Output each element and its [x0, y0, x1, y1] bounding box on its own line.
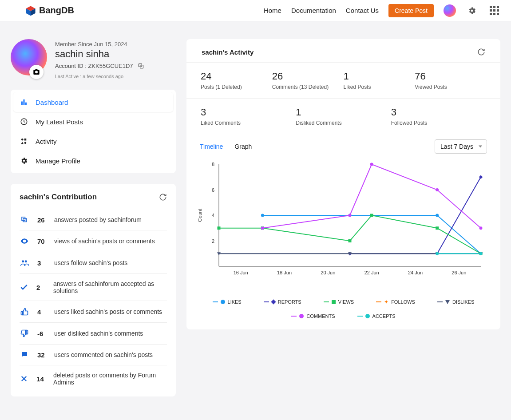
chart-tabs: Timeline Graph Last 7 Days	[186, 134, 500, 155]
contribution-row: 4 users liked sachin's posts or comments	[20, 301, 167, 323]
stats-row-bottom: 3Liked Comments1Disliked Comments3Follow…	[186, 98, 500, 134]
svg-text:20 Jun: 20 Jun	[321, 270, 335, 275]
svg-point-12	[24, 142, 27, 144]
nav-home[interactable]: Home	[264, 7, 281, 14]
nav-documentation[interactable]: Documentation	[291, 7, 336, 14]
brand-logo[interactable]: BangDB	[25, 5, 74, 16]
clock-icon	[20, 118, 28, 126]
svg-marker-11	[21, 142, 24, 144]
svg-text:2: 2	[212, 238, 214, 244]
users-icon	[20, 258, 29, 267]
refresh-icon[interactable]	[159, 193, 167, 201]
contribution-row: 2 answers of sachinforum accepted as sol…	[20, 274, 167, 301]
bar-chart-icon	[20, 98, 28, 106]
contribution-row: 26 answers posted by sachinforum	[20, 210, 167, 230]
tab-timeline[interactable]: Timeline	[200, 143, 223, 150]
svg-text:24 Jun: 24 Jun	[408, 270, 423, 275]
svg-rect-10	[24, 139, 27, 141]
legend-item[interactable]: ACCEPTS	[357, 313, 396, 319]
contribution-row: 3 users follow sachin's posts	[20, 252, 167, 274]
apps-button[interactable]	[488, 4, 500, 17]
svg-point-50	[436, 252, 439, 255]
brand-text: BangDB	[39, 5, 74, 16]
stat-value: 26	[272, 71, 344, 82]
contribution-count: 2	[36, 284, 45, 291]
sidebar-item-dashboard[interactable]: Dashboard	[13, 92, 173, 112]
stack-icon	[20, 216, 29, 224]
svg-point-14	[25, 260, 27, 262]
stat-label: Comments (13 Deleted)	[272, 84, 344, 90]
svg-point-46	[349, 214, 352, 217]
legend-item[interactable]: VIEWS	[324, 299, 354, 305]
sidebar-item-label: Activity	[36, 138, 57, 145]
sidebar-item-latest-posts[interactable]: My Latest Posts	[13, 112, 173, 131]
top-bar: BangDB Home Documentation Contact Us Cre…	[0, 0, 511, 21]
contribution-count: -6	[37, 330, 46, 337]
sidebar-nav: Dashboard My Latest Posts Activity Manag…	[11, 90, 176, 173]
stat: 24Posts (1 Deleted)	[201, 71, 272, 90]
svg-point-45	[261, 226, 264, 230]
contribution-text: users commented on sachin's posts	[54, 351, 153, 358]
legend-item[interactable]: DISLIKES	[437, 299, 475, 305]
range-select[interactable]: Last 7 Days	[435, 139, 487, 154]
svg-text:4: 4	[212, 213, 214, 218]
legend-item[interactable]: REPORTS	[264, 299, 301, 305]
account-id: Account ID : ZKK55GCUE1D7	[55, 63, 133, 69]
top-nav: Home Documentation Contact Us Create Pos…	[264, 4, 500, 17]
svg-rect-5	[21, 102, 23, 105]
camera-icon	[33, 68, 40, 75]
stat: 3Liked Comments	[201, 107, 296, 126]
chart-area: 246816 Jun18 Jun20 Jun22 Jun24 Jun26 Jun…	[186, 155, 500, 319]
contribution-card: sachin's Contribution 26 answers posted …	[11, 184, 176, 396]
gear-icon	[467, 6, 476, 15]
user-avatar[interactable]	[444, 4, 456, 17]
thumb-up-icon	[20, 307, 29, 316]
contribution-text: user disliked sachin's comments	[54, 330, 143, 337]
contribution-count: 3	[37, 259, 46, 267]
svg-rect-6	[24, 99, 25, 105]
legend-item[interactable]: LIKES	[213, 299, 242, 305]
stat-label: Viewed Posts	[415, 84, 486, 90]
refresh-icon[interactable]	[477, 48, 485, 56]
contribution-text: users follow sachin's posts	[54, 259, 127, 266]
activity-title: sachin's Activity	[202, 48, 254, 56]
legend-item[interactable]: ✦FOLLOWS	[376, 299, 415, 305]
nav-contact[interactable]: Contact Us	[346, 7, 379, 14]
chart-legend: LIKESREPORTSVIEWS✦FOLLOWSDISLIKESCOMMENT…	[194, 295, 492, 319]
legend-label: COMMENTS	[306, 313, 335, 319]
svg-rect-39	[436, 226, 439, 230]
sidebar-item-label: My Latest Posts	[36, 118, 83, 126]
stats-row-top: 24Posts (1 Deleted)26Comments (13 Delete…	[186, 62, 500, 98]
copy-icon[interactable]	[138, 63, 144, 69]
contribution-row: -6 user disliked sachin's comments	[20, 323, 167, 345]
sidebar-item-activity[interactable]: Activity	[13, 131, 173, 151]
svg-rect-7	[25, 103, 27, 105]
apps-grid-icon	[490, 6, 499, 15]
contribution-count: 14	[36, 375, 45, 383]
stat-value: 3	[391, 107, 486, 118]
activity-line-chart: 246816 Jun18 Jun20 Jun22 Jun24 Jun26 Jun…	[194, 160, 487, 293]
stat: 76Viewed Posts	[415, 71, 486, 90]
stat-value: 24	[201, 71, 272, 82]
sidebar-item-manage-profile[interactable]: Manage Profile	[13, 151, 173, 170]
settings-button[interactable]	[466, 4, 478, 17]
thumb-down-icon	[20, 329, 29, 338]
change-avatar-button[interactable]	[29, 65, 44, 79]
contribution-row: 70 views of sachin's posts or comments	[20, 230, 167, 252]
gear-icon	[20, 157, 28, 165]
svg-point-47	[370, 163, 373, 166]
svg-text:22 Jun: 22 Jun	[364, 270, 379, 275]
contribution-count: 70	[37, 238, 46, 245]
last-active: Last Active : a few seconds ago	[55, 74, 144, 79]
legend-label: LIKES	[228, 299, 242, 305]
create-post-button[interactable]: Create Post	[388, 4, 434, 17]
svg-text:16 Jun: 16 Jun	[234, 270, 248, 275]
legend-item[interactable]: COMMENTS	[291, 313, 335, 319]
stat: 1Disliked Comments	[296, 107, 391, 126]
comment-icon	[20, 351, 29, 359]
tab-graph[interactable]: Graph	[234, 143, 252, 150]
sidebar-item-label: Manage Profile	[36, 157, 80, 165]
svg-rect-38	[370, 214, 373, 217]
svg-text:26 Jun: 26 Jun	[452, 270, 466, 275]
stat-value: 1	[344, 71, 415, 82]
